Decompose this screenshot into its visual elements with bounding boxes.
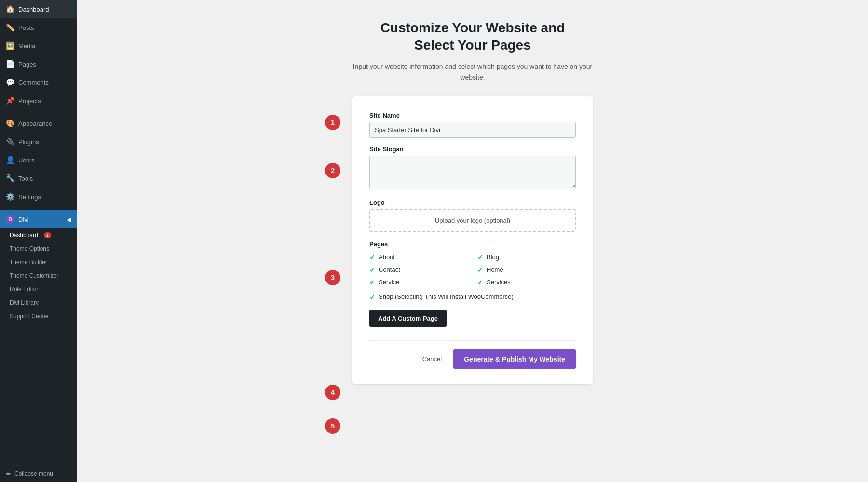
collapse-icon: ⬅ xyxy=(6,470,11,477)
divi-sub-theme-customizer[interactable]: Theme Customizer xyxy=(0,269,77,282)
sidebar-item-label: Projects xyxy=(18,97,41,105)
sidebar-item-settings[interactable]: ⚙️ Settings xyxy=(0,187,77,206)
page-contact[interactable]: ✓ Contact xyxy=(369,266,468,274)
check-icon-home: ✓ xyxy=(477,266,483,274)
sidebar-item-label: Dashboard xyxy=(18,6,49,13)
sidebar-item-label: Plugins xyxy=(18,138,39,146)
logo-upload-text: Upload your logo (optional) xyxy=(435,217,510,224)
card-footer: Cancel Generate & Publish My Website xyxy=(369,340,576,369)
page-shop[interactable]: ✓ Shop (Selecting This Will Install WooC… xyxy=(369,293,576,301)
logo-field: Logo Upload your logo (optional) xyxy=(369,199,576,232)
pages-field: Pages ✓ About ✓ Blog ✓ Contact xyxy=(369,241,576,301)
collapse-menu-button[interactable]: ⬅ Collapse menu xyxy=(0,466,77,482)
step-3-bubble: 3 xyxy=(325,270,340,285)
divi-section: D Divi ◀ Dashboard 1 Theme Options Theme… xyxy=(0,210,77,323)
divi-sub-dashboard[interactable]: Dashboard 1 xyxy=(0,228,77,242)
divi-sub-theme-options[interactable]: Theme Options xyxy=(0,242,77,255)
sidebar-item-pages[interactable]: 📄 Pages xyxy=(0,55,77,73)
dashboard-icon: 🏠 xyxy=(6,5,14,13)
step-1-bubble: 1 xyxy=(325,115,340,130)
page-label-shop: Shop (Selecting This Will Install WooCom… xyxy=(379,293,514,300)
page-subtitle: Input your website information and selec… xyxy=(342,61,603,83)
sidebar-divider xyxy=(0,112,77,112)
logo-label: Logo xyxy=(369,199,576,206)
sidebar-item-comments[interactable]: 💬 Comments xyxy=(0,73,77,92)
divi-sub-support[interactable]: Support Center xyxy=(0,309,77,323)
sidebar-item-label: Tools xyxy=(18,175,33,182)
form-card-wrapper: 1 2 3 4 5 Site Name Site Slogan xyxy=(352,96,593,384)
sidebar-item-label: Pages xyxy=(18,61,36,68)
logo-upload-button[interactable]: Upload your logo (optional) xyxy=(369,209,576,232)
page-blog[interactable]: ✓ Blog xyxy=(477,254,576,261)
page-label-services: Services xyxy=(487,279,511,286)
tools-icon: 🔧 xyxy=(6,174,14,183)
dashboard-badge: 1 xyxy=(44,232,51,238)
site-name-input[interactable] xyxy=(369,122,576,138)
plugins-icon: 🔌 xyxy=(6,137,14,146)
check-icon-blog: ✓ xyxy=(477,254,483,261)
divi-sub-theme-builder[interactable]: Theme Builder xyxy=(0,255,77,269)
sidebar-item-tools[interactable]: 🔧 Tools xyxy=(0,169,77,187)
sidebar-item-label: Comments xyxy=(18,79,49,86)
check-icon-service: ✓ xyxy=(369,279,375,286)
sidebar: 🏠 Dashboard ✏️ Posts 🖼️ Media 📄 Pages 💬 … xyxy=(0,0,77,482)
form-card: Site Name Site Slogan Logo Upload your l… xyxy=(352,96,593,384)
step-5-bubble: 5 xyxy=(325,418,340,434)
divi-sub-label: Theme Options xyxy=(10,245,49,252)
divi-sub-label: Role Editor xyxy=(10,286,38,293)
divi-logo: D xyxy=(6,215,14,224)
divi-arrow-icon: ◀ xyxy=(67,216,71,223)
sidebar-item-label: Settings xyxy=(18,193,41,201)
users-icon: 👤 xyxy=(6,156,14,164)
collapse-label: Collapse menu xyxy=(14,470,53,477)
main-content: Customize Your Website and Select Your P… xyxy=(77,0,868,482)
divi-header[interactable]: D Divi ◀ xyxy=(0,210,77,228)
cancel-button[interactable]: Cancel xyxy=(417,351,448,366)
divi-sub-label: Theme Customizer xyxy=(10,272,58,279)
sidebar-divider-2 xyxy=(0,208,77,208)
page-service[interactable]: ✓ Service xyxy=(369,279,468,286)
sidebar-item-label: Appearance xyxy=(18,120,52,127)
page-about[interactable]: ✓ About xyxy=(369,254,468,261)
step-4-bubble: 4 xyxy=(325,385,340,400)
divi-sub-label: Support Center xyxy=(10,313,49,320)
page-title: Customize Your Website and Select Your P… xyxy=(380,19,565,54)
sidebar-item-appearance[interactable]: 🎨 Appearance xyxy=(0,114,77,133)
sidebar-item-media[interactable]: 🖼️ Media xyxy=(0,37,77,55)
page-services[interactable]: ✓ Services xyxy=(477,279,576,286)
sidebar-item-dashboard[interactable]: 🏠 Dashboard xyxy=(0,0,77,18)
site-slogan-input[interactable] xyxy=(369,156,576,189)
page-label-home: Home xyxy=(487,266,503,273)
sidebar-item-users[interactable]: 👤 Users xyxy=(0,151,77,169)
site-slogan-field: Site Slogan xyxy=(369,146,576,199)
settings-icon: ⚙️ xyxy=(6,192,14,201)
media-icon: 🖼️ xyxy=(6,41,14,50)
sidebar-item-plugins[interactable]: 🔌 Plugins xyxy=(0,133,77,151)
comments-icon: 💬 xyxy=(6,78,14,87)
divi-sub-label: Theme Builder xyxy=(10,259,47,266)
check-icon-contact: ✓ xyxy=(369,266,375,274)
publish-button[interactable]: Generate & Publish My Website xyxy=(453,349,576,369)
add-custom-page-button[interactable]: Add A Custom Page xyxy=(369,310,447,327)
sidebar-item-label: Users xyxy=(18,157,35,164)
divi-sub-role-editor[interactable]: Role Editor xyxy=(0,282,77,296)
sidebar-item-label: Media xyxy=(18,42,35,50)
sidebar-item-label: Posts xyxy=(18,24,34,31)
sidebar-item-projects[interactable]: 📌 Projects xyxy=(0,92,77,110)
site-name-field: Site Name xyxy=(369,112,576,146)
page-label-about: About xyxy=(379,254,395,261)
sidebar-item-posts[interactable]: ✏️ Posts xyxy=(0,18,77,37)
check-icon-shop: ✓ xyxy=(369,294,375,301)
page-home[interactable]: ✓ Home xyxy=(477,266,576,274)
divi-sub-label: Divi Library xyxy=(10,299,39,306)
posts-icon: ✏️ xyxy=(6,23,14,32)
site-slogan-label: Site Slogan xyxy=(369,146,576,153)
page-label-contact: Contact xyxy=(379,266,400,273)
pages-icon: 📄 xyxy=(6,60,14,68)
divi-label: Divi xyxy=(18,216,29,223)
divi-sub-library[interactable]: Divi Library xyxy=(0,296,77,309)
page-label-service: Service xyxy=(379,279,399,286)
projects-icon: 📌 xyxy=(6,96,14,105)
step-2-bubble: 2 xyxy=(325,163,340,178)
divi-sub-label: Dashboard xyxy=(10,232,38,239)
